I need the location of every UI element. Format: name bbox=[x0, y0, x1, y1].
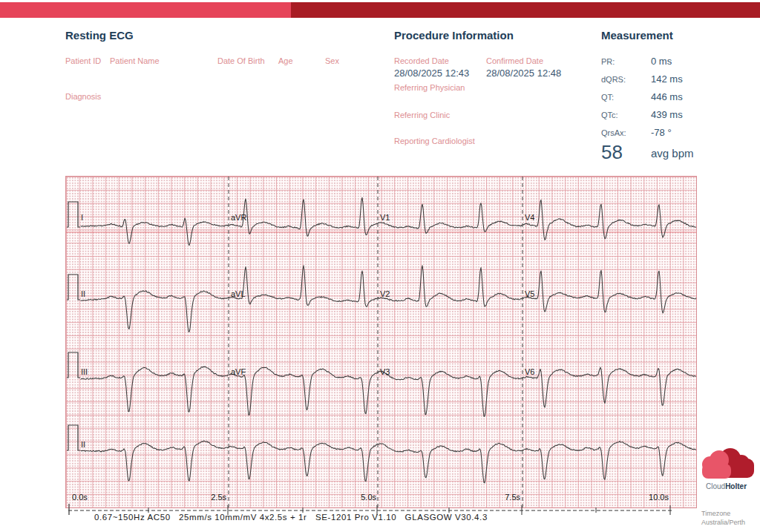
lead-label-ii-r1: II bbox=[81, 289, 85, 298]
logo-text-holter: Holter bbox=[725, 482, 747, 490]
dqrs-value: 142 ms bbox=[651, 73, 683, 85]
logo-text-cloud: Cloud bbox=[706, 482, 725, 490]
patient-name-label: Patient Name bbox=[110, 56, 160, 65]
lead-label-avr-r0: aVR bbox=[231, 213, 246, 222]
qt-label: QT: bbox=[601, 93, 614, 102]
time-label-10s: 10.0s bbox=[649, 493, 669, 502]
lead-label-v3-r2: V3 bbox=[380, 367, 390, 376]
acquisition-settings-line: 0.67~150Hz AC50 25mm/s 10mm/mV 4x2.5s + … bbox=[94, 513, 488, 522]
diagnosis-label: Diagnosis bbox=[65, 92, 101, 101]
patient-id-label: Patient ID bbox=[65, 56, 101, 65]
confirmed-date-value: 28/08/2025 12:48 bbox=[486, 68, 561, 79]
cloudholter-logo-text: CloudHolter bbox=[706, 482, 747, 490]
ecg-grid: IaVRV1V4IIaVLV2V5IIIaVFV3V6II bbox=[65, 176, 697, 508]
confirmed-date-label: Confirmed Date bbox=[486, 56, 543, 65]
ecg-report-page: Resting ECG Patient ID Patient Name Date… bbox=[0, 0, 760, 532]
date-of-birth-label: Date Of Birth bbox=[217, 56, 265, 65]
referring-clinic-label: Referring Clinic bbox=[394, 111, 450, 119]
lead-label-iii-r2: III bbox=[81, 367, 88, 376]
top-bar bbox=[0, 2, 760, 18]
qrsax-label: QrsAx: bbox=[601, 128, 626, 137]
dqrs-label: dQRS: bbox=[601, 75, 626, 84]
lead-label-v2-r1: V2 bbox=[380, 289, 390, 298]
lead-label-ii-r3: II bbox=[81, 440, 85, 449]
timezone-label: Timezone bbox=[701, 509, 745, 518]
pr-label: PR: bbox=[601, 57, 615, 66]
time-label-2-5s: 2.5s bbox=[211, 493, 226, 502]
pr-value: 0 ms bbox=[651, 56, 672, 67]
section-title-measurement: Measurement bbox=[601, 29, 673, 42]
timezone-value: Australia/Perth bbox=[701, 518, 745, 527]
ecg-trace-svg bbox=[66, 177, 696, 508]
timezone-info: Timezone Australia/Perth bbox=[701, 509, 745, 527]
lead-label-avf-r2: aVF bbox=[231, 367, 246, 376]
time-label-0s: 0.0s bbox=[72, 493, 88, 502]
recorded-date-value: 28/08/2025 12:43 bbox=[394, 68, 469, 79]
qtc-label: QTc: bbox=[601, 111, 618, 119]
time-label-7-5s: 7.5s bbox=[505, 493, 520, 502]
lead-label-v1-r0: V1 bbox=[380, 213, 390, 222]
referring-physician-label: Referring Physician bbox=[394, 83, 465, 92]
top-bar-right-segment bbox=[291, 2, 760, 18]
qtc-value: 439 ms bbox=[651, 109, 683, 120]
lead-label-v6-r2: V6 bbox=[525, 367, 534, 376]
age-label: Age bbox=[278, 56, 293, 65]
reporting-cardiologist-label: Reporting Cardiologist bbox=[394, 137, 475, 145]
recorded-date-label: Recorded Date bbox=[394, 56, 449, 65]
cloudholter-logo-icon bbox=[696, 441, 756, 482]
section-title-resting-ecg: Resting ECG bbox=[65, 29, 134, 42]
qt-value: 446 ms bbox=[651, 91, 683, 102]
lead-label-v4-r0: V4 bbox=[525, 213, 534, 222]
lead-label-v5-r1: V5 bbox=[525, 289, 534, 298]
sex-label: Sex bbox=[325, 56, 339, 65]
qrsax-value: -78 ° bbox=[651, 127, 672, 138]
section-title-procedure: Procedure Information bbox=[394, 29, 514, 42]
heart-rate-value: 58 bbox=[601, 141, 623, 164]
heart-rate-unit: avg bpm bbox=[651, 147, 694, 160]
top-bar-left-segment bbox=[0, 2, 291, 18]
lead-label-avl-r1: aVL bbox=[231, 289, 246, 298]
lead-label-i-r0: I bbox=[81, 213, 83, 222]
time-label-5s: 5.0s bbox=[361, 493, 376, 502]
